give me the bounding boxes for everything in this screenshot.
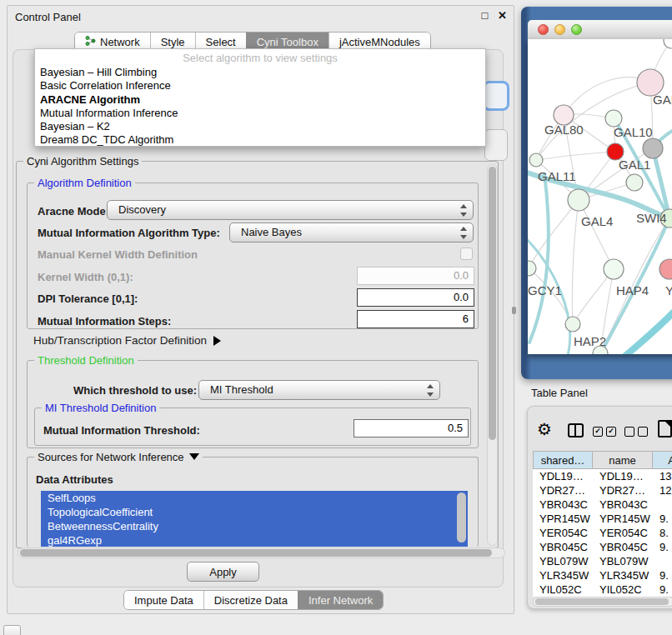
network-node-hap2[interactable]	[565, 317, 580, 332]
table-cell: YPR145W	[533, 512, 593, 526]
columns-icon[interactable]	[568, 423, 584, 438]
scrollbar-thumb[interactable]	[489, 167, 496, 440]
menu-item-bayesian-k2[interactable]: Bayesian – K2	[35, 120, 485, 133]
which-threshold-select[interactable]: MI Threshold	[198, 380, 440, 400]
table-cell: YBR043C	[533, 498, 593, 512]
settings-horizontal-scrollbar[interactable]	[18, 548, 505, 558]
network-window-titlebar[interactable]	[528, 20, 672, 40]
menu-item-mutual-information-inference[interactable]: Mutual Information Inference	[35, 107, 485, 120]
table-row[interactable]: YBL079WYBL079W	[533, 554, 672, 568]
tab-infer-network[interactable]: Infer Network	[298, 591, 383, 609]
data-attributes-list[interactable]: SelfLoopsTopologicalCoefficientBetweenne…	[41, 491, 468, 547]
algorithm-dropdown-placeholder: Select algorithm to view settings	[35, 52, 485, 64]
network-node-gal4[interactable]	[568, 189, 589, 211]
apply-button[interactable]: Apply	[187, 562, 259, 582]
table-row[interactable]: YER054CYER054C8.	[533, 526, 672, 540]
sources-group: Sources for Network Inference Data Attri…	[27, 457, 479, 547]
table-cell: YER054C	[533, 526, 593, 540]
node-label-gcy1: GCY1	[528, 283, 562, 298]
manual-kernel-width-checkbox[interactable]	[460, 248, 473, 260]
table-row[interactable]: YPR145WYPR145W9.	[533, 512, 672, 526]
attribute-item-gal4rgexp[interactable]: gal4RGexp	[41, 533, 468, 547]
control-panel-title: Control Panel	[15, 11, 81, 23]
attribute-item-selfloops[interactable]: SelfLoops	[41, 491, 468, 505]
zoom-traffic-light-icon[interactable]	[571, 24, 582, 35]
mi-steps-label: Mutual Information Steps:	[38, 315, 171, 328]
table-cell: YDR27…	[533, 483, 593, 498]
panel-splitter-handle[interactable]	[512, 307, 516, 314]
network-node[interactable]	[664, 39, 672, 48]
node-label-gal4: GAL4	[581, 214, 613, 228]
aracne-mode-select[interactable]: Discovery	[107, 200, 474, 220]
cyni-algorithm-settings-group: Cyni Algorithm Settings Algorithm Defini…	[16, 161, 499, 548]
select-all-checkbox-icon[interactable]: ✓	[606, 427, 616, 437]
network-view-window[interactable]: GALGAL80GAL10GAL1GAL11SWI4GAL4GCY1HAP4YH…	[521, 7, 672, 379]
network-node-gal10[interactable]	[605, 110, 622, 127]
mi-algorithm-type-select[interactable]: Naive Bayes	[229, 222, 474, 242]
select-all-checkbox-icon[interactable]: ✓	[593, 427, 603, 437]
table-cell: YBR043C	[593, 498, 653, 512]
table-row[interactable]: YIL052CYIL052C9.	[533, 582, 672, 597]
table-row[interactable]: YDL19…YDL19…13	[533, 469, 672, 483]
mi-algorithm-type-label: Mutual Information Algorithm Type:	[38, 227, 220, 239]
table-panel-window: ⚙ ✓ ✓ shared…nameA YDL19…YDL19…13YDR27…Y…	[527, 406, 672, 609]
attribute-item-betweennesscentrality[interactable]: BetweennessCentrality	[41, 519, 468, 533]
stepper-arrows-icon	[426, 383, 434, 398]
scrollbar-thumb[interactable]	[20, 549, 492, 557]
table-cell	[653, 554, 672, 568]
export-table-icon[interactable]	[658, 420, 672, 438]
close-traffic-light-icon[interactable]	[538, 24, 549, 35]
attribute-item-topologicalcoefficient[interactable]: TopologicalCoefficient	[41, 505, 468, 519]
dpi-tolerance-field[interactable]: 0.0	[357, 288, 474, 307]
collapsed-panel-button[interactable]	[3, 625, 21, 635]
column-header-a[interactable]: A	[653, 451, 672, 469]
table-row[interactable]: YLR345WYLR345W9.	[533, 568, 672, 582]
node-label-gal80: GAL80	[544, 122, 584, 137]
sources-legend-label: Sources for Network Inference	[38, 451, 184, 463]
minimize-traffic-light-icon[interactable]	[554, 24, 565, 35]
network-canvas[interactable]: GALGAL80GAL10GAL1GAL11SWI4GAL4GCY1HAP4YH…	[528, 39, 672, 354]
aracne-mode-value: Discovery	[118, 203, 166, 216]
network-node-gal1[interactable]	[626, 174, 643, 191]
tab-discretize-data[interactable]: Discretize Data	[203, 591, 298, 609]
hub-definition-disclosure[interactable]: Hub/Transcription Factor Definition	[33, 334, 221, 347]
stepper-arrows-icon	[459, 203, 467, 218]
column-header-name[interactable]: name	[593, 451, 653, 469]
network-node-hap4[interactable]	[604, 259, 624, 279]
gear-icon[interactable]: ⚙	[537, 421, 552, 438]
deselect-all-checkbox-icon[interactable]	[624, 427, 634, 437]
table-body: YDL19…YDL19…13YDR27…YDR27…12YBR043CYBR04…	[533, 469, 672, 597]
scrollbar-thumb[interactable]	[535, 598, 669, 605]
stepper-arrows-icon	[459, 226, 467, 240]
menu-item-dream8-dc-tdc-algorithm[interactable]: Dream8 DC_TDC Algorithm	[35, 133, 485, 147]
table-horizontal-scrollbar[interactable]	[533, 597, 672, 607]
table-row[interactable]: YBR045CYBR045C9.	[533, 540, 672, 554]
sources-legend[interactable]: Sources for Network Inference	[34, 451, 203, 463]
network-node-gal11[interactable]	[529, 153, 543, 167]
mi-algorithm-type-value: Naive Bayes	[241, 226, 302, 238]
menu-item-basic-correlation-inference[interactable]: Basic Correlation Inference	[35, 79, 485, 92]
mutual-information-threshold-field[interactable]: 0.5	[354, 419, 469, 438]
attributes-scrollbar[interactable]	[457, 492, 466, 542]
cyni-mode-tabbar: Impute DataDiscretize DataInfer Network	[123, 590, 384, 610]
window-controls: □ ✕	[475, 9, 507, 22]
network-node[interactable]	[643, 138, 663, 158]
table-cell: YLR345W	[533, 568, 593, 582]
network-node-y[interactable]	[659, 259, 672, 279]
aracne-mode-label: Aracne Mode:	[38, 205, 109, 218]
deselect-all-checkbox-icon[interactable]	[638, 427, 648, 437]
node-label-hap4: HAP4	[616, 283, 649, 298]
mi-steps-field[interactable]: 6	[357, 310, 474, 328]
menu-item-aracne-algorithm[interactable]: ARACNE Algorithm	[35, 93, 485, 107]
settings-vertical-scrollbar[interactable]	[487, 164, 498, 546]
table-cell: YBR045C	[593, 540, 653, 554]
column-header-shared[interactable]: shared…	[533, 451, 593, 469]
menu-item-bayesian-hill-climbing[interactable]: Bayesian – Hill Climbing	[35, 66, 485, 79]
table-row[interactable]: YBR043CYBR043C	[533, 498, 672, 512]
tab-impute-data[interactable]: Impute Data	[124, 591, 203, 609]
table-row[interactable]: YDR27…YDR27…12	[533, 483, 672, 498]
tab-label: Discretize Data	[214, 594, 288, 607]
close-window-icon[interactable]: ✕	[498, 9, 507, 22]
hidden-combo-fragment	[483, 81, 509, 111]
float-window-icon[interactable]: □	[482, 9, 489, 22]
